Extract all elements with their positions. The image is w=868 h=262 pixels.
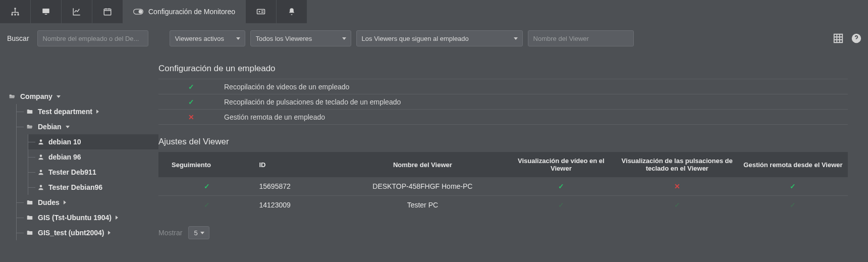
tree-item-gis-test-ubnt[interactable]: GIS_test (ubnt2004) [17, 225, 158, 240]
search-input[interactable] [37, 30, 148, 46]
org-icon [11, 7, 20, 16]
user-icon [37, 184, 44, 191]
chevron-right-icon [64, 200, 66, 204]
cell-id: 14123009 [255, 196, 339, 215]
col-video[interactable]: Visualización de vídeo en el Viewer [506, 152, 616, 177]
cell-name: DESKTOP-458FHGF Home-PC [339, 177, 506, 196]
config-label: Recopilación de videos de un empleado [224, 83, 349, 91]
nav-tab-org[interactable] [0, 0, 30, 23]
cross-icon: ✕ [674, 182, 680, 190]
check-muted-icon: ✓ [674, 201, 680, 209]
check-icon: ✓ [188, 98, 194, 106]
folder-icon [26, 199, 34, 206]
tree-label: GIS_test (ubnt2004) [38, 229, 104, 237]
tree-item-gis-tst-ubuntu[interactable]: GIS (Tst-Ubuntu 1904) [17, 210, 158, 225]
table-row[interactable]: ✓14123009Tester PC✓✓✓ [158, 196, 848, 215]
search-label: Buscar [7, 34, 29, 42]
calendar-icon [103, 7, 112, 16]
tree-item-debian-96[interactable]: debian 96 [28, 149, 158, 165]
cell-name: Tester PC [339, 196, 506, 215]
nav-tab-alerts[interactable] [277, 0, 307, 23]
help-button[interactable] [850, 32, 863, 45]
sidebar: Company Test department Debian [0, 54, 158, 240]
config-label: Gestión remota de un empleado [224, 113, 325, 121]
cell-id: 15695872 [255, 177, 339, 196]
nav-tab-label: Configuración de Monitoreo [148, 8, 235, 16]
nav-tab-monitor[interactable] [31, 0, 61, 23]
grid-view-button[interactable] [832, 32, 845, 45]
tree-label: Test department [38, 108, 92, 116]
select-following-viewers[interactable]: Los Viewers que siguen al empleado [356, 30, 523, 46]
config-row: ✕ Gestión remota de un empleado [158, 110, 848, 125]
chevron-down-icon [57, 95, 61, 98]
tree-label: debian 96 [48, 153, 81, 161]
nav-tab-calendar[interactable] [92, 0, 123, 23]
tree-label: debian 10 [48, 138, 81, 146]
table-row[interactable]: ✓15695872DESKTOP-458FHGF Home-PC✓✕✓ [158, 177, 848, 196]
tree-label: Tester Deb911 [48, 168, 96, 176]
chevron-right-icon [116, 216, 118, 220]
employee-config-title: Configuración de un empleado [158, 64, 848, 74]
cross-icon: ✕ [188, 113, 194, 121]
check-icon: ✓ [188, 83, 194, 91]
tree-label: Debian [38, 123, 62, 131]
tree-item-dudes[interactable]: Dudes [17, 195, 158, 210]
config-row: ✓ Recopilación de pulsaciones de teclado… [158, 94, 848, 110]
monitor-icon [41, 7, 50, 16]
tree-root-company[interactable]: Company [5, 89, 158, 104]
employee-config-list: ✓ Recopilación de videos de un empleado … [158, 79, 848, 125]
top-nav: Configuración de Monitoreo [0, 0, 868, 23]
pager: Mostrar 5 [158, 226, 848, 239]
pager-select[interactable]: 5 [188, 226, 209, 239]
nav-tab-monitoring-config[interactable]: Configuración de Monitoreo [123, 0, 245, 23]
col-follow[interactable]: Seguimiento [158, 152, 255, 177]
viewer-settings-title: Ajustes del Viewer [158, 137, 848, 147]
folder-icon [26, 229, 34, 236]
help-icon [851, 33, 862, 44]
pager-label: Mostrar [158, 229, 182, 237]
user-icon [37, 153, 44, 161]
chevron-right-icon [96, 110, 99, 114]
chart-icon [72, 7, 81, 16]
grid-icon [833, 33, 844, 44]
check-icon: ✓ [204, 182, 210, 190]
select-all-viewers[interactable]: Todos los Vieweres [250, 30, 351, 46]
check-muted-icon: ✓ [790, 201, 796, 209]
nav-tab-reports[interactable] [62, 0, 92, 23]
tree-item-tester-deb911[interactable]: Tester Deb911 [28, 165, 158, 180]
chevron-down-icon [66, 126, 70, 128]
col-name[interactable]: Nombre del Viewer [339, 152, 506, 177]
col-id[interactable]: ID [255, 152, 339, 177]
main-content: Configuración de un empleado ✓ Recopilac… [158, 54, 868, 240]
config-row: ✓ Recopilación de videos de un empleado [158, 79, 848, 94]
tree-item-debian[interactable]: Debian [17, 119, 158, 134]
tree-item-debian-10[interactable]: debian 10 [28, 134, 158, 149]
tree-label: Company [20, 92, 52, 100]
folder-open-icon [8, 93, 16, 100]
check-muted-icon: ✓ [204, 201, 210, 209]
filter-bar: Buscar Vieweres activos Todos los Viewer… [0, 23, 868, 54]
chevron-right-icon [108, 231, 111, 235]
select-active-viewers[interactable]: Vieweres activos [170, 30, 245, 46]
check-icon: ✓ [790, 182, 796, 190]
viewer-settings-table: Seguimiento ID Nombre del Viewer Visuali… [158, 152, 848, 214]
user-icon [37, 138, 44, 145]
toggle-icon [133, 9, 143, 15]
folder-open-icon [26, 123, 34, 130]
nav-tab-profile[interactable] [246, 0, 276, 23]
tree-label: Dudes [38, 198, 60, 206]
bell-icon [287, 7, 296, 16]
tree-item-test-department[interactable]: Test department [17, 104, 158, 119]
user-icon [37, 169, 44, 176]
folder-icon [26, 214, 34, 221]
check-icon: ✓ [558, 182, 564, 190]
col-keys[interactable]: Visualización de las pulsaciones de tecl… [616, 152, 738, 177]
tree-item-tester-debian96[interactable]: Tester Debian96 [28, 180, 158, 195]
config-label: Recopilación de pulsaciones de teclado d… [224, 98, 401, 106]
check-muted-icon: ✓ [558, 201, 564, 209]
tree-label: GIS (Tst-Ubuntu 1904) [38, 214, 112, 222]
id-card-icon [256, 7, 265, 16]
col-remote[interactable]: Gestión remota desde el Viewer [738, 152, 848, 177]
viewer-name-input[interactable] [528, 30, 634, 46]
folder-icon [26, 108, 34, 115]
